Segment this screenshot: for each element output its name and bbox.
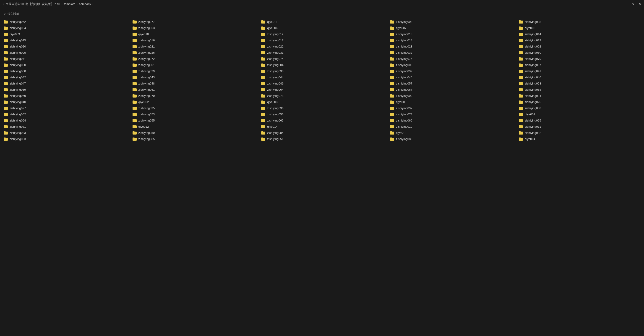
list-item[interactable]: qiye008 <box>515 25 644 31</box>
list-item[interactable]: zishiying031 <box>258 50 386 56</box>
list-item[interactable]: zishiying052 <box>0 111 129 117</box>
list-item[interactable]: qiye005 <box>386 99 515 105</box>
list-item[interactable]: qiye013 <box>386 130 515 136</box>
list-item[interactable]: qiye007 <box>386 25 515 31</box>
list-item[interactable]: zishiying001 <box>129 62 258 68</box>
list-item[interactable]: zishiying019 <box>515 37 644 43</box>
list-item[interactable]: zishiying003 <box>386 19 515 25</box>
breadcrumb-item-template[interactable]: template <box>64 2 75 6</box>
list-item[interactable]: zishiying059 <box>0 87 129 93</box>
list-item[interactable]: zishiying022 <box>258 43 386 50</box>
refresh-button[interactable]: ↻ <box>638 2 641 6</box>
list-item[interactable]: zishiying072 <box>129 56 258 62</box>
breadcrumb-item-root[interactable]: 企业自适应100套【定制版+友链版】PRO <box>6 2 60 6</box>
list-item[interactable]: zishiying018 <box>386 37 515 43</box>
list-item[interactable]: zishiying012 <box>258 31 386 37</box>
list-item[interactable]: zishiying036 <box>258 105 386 111</box>
list-item[interactable]: zishiying039 <box>386 68 515 74</box>
list-item[interactable]: qiye004 <box>515 136 644 142</box>
list-item[interactable]: zishiying066 <box>386 117 515 124</box>
list-item[interactable]: zishiying044 <box>258 74 386 80</box>
list-item[interactable]: zishiying008 <box>0 68 129 74</box>
list-item[interactable]: zishiying076 <box>386 56 515 62</box>
list-item[interactable]: zishiying015 <box>0 37 129 43</box>
list-item[interactable]: zishiying043 <box>129 74 258 80</box>
list-item[interactable]: zishiying045 <box>386 74 515 80</box>
list-item[interactable]: qiye011 <box>258 19 386 25</box>
list-item[interactable]: zishiying002 <box>515 43 644 50</box>
list-item[interactable]: zishiying060 <box>515 50 644 56</box>
list-item[interactable]: zishiying063 <box>129 25 258 31</box>
list-item[interactable]: zishiying048 <box>129 80 258 87</box>
list-item[interactable]: zishiying042 <box>0 74 129 80</box>
list-item[interactable]: zishiying067 <box>386 87 515 93</box>
list-item[interactable]: zishiying014 <box>515 31 644 37</box>
list-item[interactable]: zishiying054 <box>0 117 129 124</box>
list-item[interactable]: zishiying064 <box>258 87 386 93</box>
collapse-button[interactable]: ∨ <box>632 2 635 6</box>
list-item[interactable]: zishiying010 <box>386 124 515 130</box>
list-item[interactable]: zishiying029 <box>129 68 258 74</box>
list-item[interactable]: zishiying075 <box>515 117 644 124</box>
list-item[interactable]: qiye009 <box>0 31 129 37</box>
list-item[interactable]: zishiying004 <box>258 62 386 68</box>
list-item[interactable]: zishiying028 <box>515 19 644 25</box>
list-item[interactable]: zishiying037 <box>386 105 515 111</box>
list-item[interactable]: zishiying083 <box>0 136 129 142</box>
list-item[interactable]: qiye014 <box>258 124 386 130</box>
list-item[interactable]: zishiying073 <box>386 111 515 117</box>
list-item[interactable]: zishiying035 <box>129 105 258 111</box>
list-item[interactable]: zishiying057 <box>386 80 515 87</box>
list-item[interactable]: zishiying068 <box>515 87 644 93</box>
list-item[interactable]: zishiying061 <box>129 87 258 93</box>
list-item[interactable]: qiye012 <box>129 124 258 130</box>
list-item[interactable]: zishiying033 <box>0 130 129 136</box>
list-item[interactable]: zishiying080 <box>0 62 129 68</box>
list-item[interactable]: zishiying070 <box>129 93 258 99</box>
list-item[interactable]: zishiying011 <box>515 124 644 130</box>
list-item[interactable]: zishiying021 <box>129 43 258 50</box>
list-item[interactable]: zishiying077 <box>129 19 258 25</box>
list-item[interactable]: zishiying082 <box>515 130 644 136</box>
list-item[interactable]: zishiying062 <box>0 19 129 25</box>
list-item[interactable]: zishiying024 <box>515 93 644 99</box>
list-item[interactable]: zishiying041 <box>515 68 644 74</box>
list-item[interactable]: zishiying069 <box>0 93 129 99</box>
list-item[interactable]: zishiying081 <box>0 124 129 130</box>
list-item[interactable]: zishiying026 <box>129 50 258 56</box>
list-item[interactable]: zishiying051 <box>258 136 386 142</box>
list-item[interactable]: zishiying053 <box>129 111 258 117</box>
list-item[interactable]: zishiying032 <box>386 50 515 56</box>
list-item[interactable]: zishiying023 <box>386 43 515 50</box>
list-item[interactable]: zishiying017 <box>258 37 386 43</box>
list-item[interactable]: qiye010 <box>129 31 258 37</box>
list-item[interactable]: qiye001 <box>515 111 644 117</box>
list-item[interactable]: zishiying020 <box>0 43 129 50</box>
list-item[interactable]: zishiying049 <box>258 80 386 87</box>
list-item[interactable]: zishiying007 <box>515 62 644 68</box>
list-item[interactable]: zishiying013 <box>386 31 515 37</box>
list-item[interactable]: zishiying058 <box>515 80 644 87</box>
list-item[interactable]: zishiying027 <box>0 105 129 111</box>
list-item[interactable]: zishiying086 <box>386 136 515 142</box>
list-item[interactable]: zishiying071 <box>0 56 129 62</box>
list-item[interactable]: zishiying074 <box>258 56 386 62</box>
back-arrow[interactable]: ‹ <box>3 2 4 6</box>
list-item[interactable]: zishiying055 <box>129 117 258 124</box>
list-item[interactable]: qiye006 <box>258 25 386 31</box>
list-item[interactable]: zishiying009 <box>386 93 515 99</box>
list-item[interactable]: zishiying006 <box>386 62 515 68</box>
list-item[interactable]: zishiying079 <box>515 56 644 62</box>
list-item[interactable]: zishiying034 <box>0 25 129 31</box>
list-item[interactable]: zishiying030 <box>258 68 386 74</box>
list-item[interactable]: zishiying005 <box>0 50 129 56</box>
list-item[interactable]: zishiying078 <box>258 93 386 99</box>
list-item[interactable]: zishiying084 <box>258 130 386 136</box>
list-item[interactable]: zishiying050 <box>129 130 258 136</box>
list-item[interactable]: zishiying038 <box>515 105 644 111</box>
list-item[interactable]: zishiying025 <box>515 99 644 105</box>
list-item[interactable]: qiye002 <box>129 99 258 105</box>
list-item[interactable]: zishiying046 <box>515 74 644 80</box>
list-item[interactable]: zishiying085 <box>129 136 258 142</box>
list-item[interactable]: zishiying047 <box>0 80 129 87</box>
